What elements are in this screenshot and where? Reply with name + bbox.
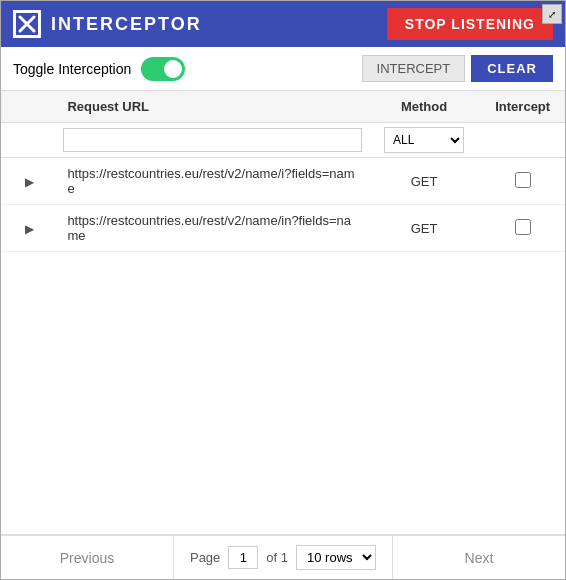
table-row: ▶ https://restcountries.eu/rest/v2/name/… bbox=[1, 205, 565, 252]
intercept-col-header: Intercept bbox=[480, 91, 565, 123]
url-cell: https://restcountries.eu/rest/v2/name/in… bbox=[57, 205, 367, 252]
app-title: INTERCEPTOR bbox=[51, 14, 202, 35]
title-bar: INTERCEPTOR STOP LISTENING bbox=[1, 1, 565, 47]
expand-row-1-button[interactable]: ▶ bbox=[25, 175, 34, 189]
url-cell: https://restcountries.eu/rest/v2/name/i?… bbox=[57, 158, 367, 205]
minimize-button[interactable]: ⤢ bbox=[542, 4, 562, 24]
pagination-bar: Previous Page 1 of 1 10 rows 25 rows 50 … bbox=[1, 535, 565, 579]
intercept-button[interactable]: INTERCEPT bbox=[362, 55, 466, 82]
rows-per-page-select[interactable]: 10 rows 25 rows 50 rows bbox=[296, 545, 376, 570]
method-cell: GET bbox=[368, 205, 481, 252]
url-filter-input[interactable] bbox=[63, 128, 361, 152]
clear-button[interactable]: CLEAR bbox=[471, 55, 553, 82]
toolbar: Toggle Interception INTERCEPT CLEAR bbox=[1, 47, 565, 91]
stop-listening-button[interactable]: STOP LISTENING bbox=[387, 8, 553, 40]
table-row: ▶ https://restcountries.eu/rest/v2/name/… bbox=[1, 158, 565, 205]
url-filter-cell bbox=[57, 123, 367, 158]
expand-col-header bbox=[1, 91, 57, 123]
method-col-header: Method bbox=[368, 91, 481, 123]
window-controls: ⤢ bbox=[542, 4, 562, 24]
requests-table-container: Request URL Method Intercept bbox=[1, 91, 565, 535]
toggle-label: Toggle Interception bbox=[13, 61, 131, 77]
page-of-label: of 1 bbox=[266, 550, 288, 565]
page-info: Page 1 of 1 10 rows 25 rows 50 rows bbox=[174, 545, 392, 570]
intercept-filter-cell bbox=[480, 123, 565, 158]
minimize-icon: ⤢ bbox=[548, 9, 556, 20]
url-col-header: Request URL bbox=[57, 91, 367, 123]
expand-row-2-button[interactable]: ▶ bbox=[25, 222, 34, 236]
next-button[interactable]: Next bbox=[392, 536, 565, 579]
intercept-checkbox-1[interactable] bbox=[515, 172, 531, 188]
expand-cell[interactable]: ▶ bbox=[1, 158, 57, 205]
intercept-checkbox-cell bbox=[480, 158, 565, 205]
requests-table: Request URL Method Intercept bbox=[1, 91, 565, 252]
intercept-checkbox-2[interactable] bbox=[515, 219, 531, 235]
expand-cell[interactable]: ▶ bbox=[1, 205, 57, 252]
current-page: 1 bbox=[228, 546, 258, 569]
expand-filter-cell bbox=[1, 123, 57, 158]
method-cell: GET bbox=[368, 158, 481, 205]
logo-icon bbox=[13, 10, 41, 38]
page-label: Page bbox=[190, 550, 220, 565]
method-filter-cell: ALL GET POST PUT DELETE PATCH bbox=[368, 123, 481, 158]
intercept-checkbox-cell bbox=[480, 205, 565, 252]
filter-row: ALL GET POST PUT DELETE PATCH bbox=[1, 123, 565, 158]
method-filter-select[interactable]: ALL GET POST PUT DELETE PATCH bbox=[384, 127, 464, 153]
toggle-interception[interactable] bbox=[141, 57, 185, 81]
previous-button[interactable]: Previous bbox=[1, 536, 174, 579]
